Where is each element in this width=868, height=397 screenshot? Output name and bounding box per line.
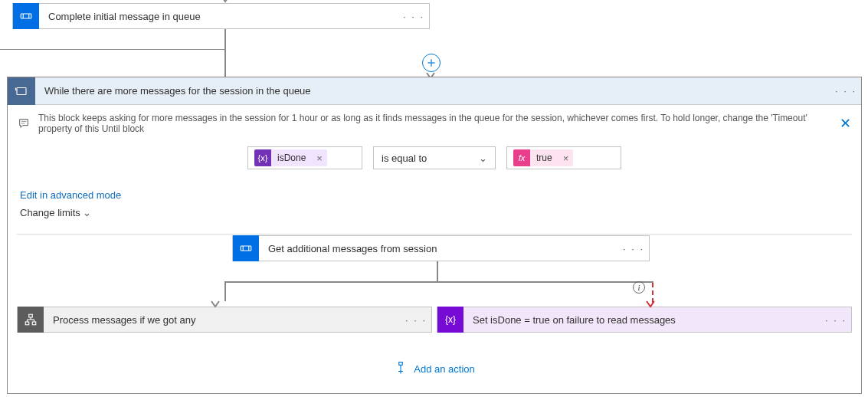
svg-rect-5 (17, 87, 26, 94)
plus-icon (426, 57, 437, 68)
action-get-messages[interactable]: Get additional messages from session · ·… (232, 235, 650, 261)
info-text: This block keeps asking for more message… (38, 113, 830, 134)
add-action-button[interactable]: Add an action (8, 361, 861, 377)
chevron-down-icon: ⌄ (83, 207, 91, 218)
token-label: true (530, 150, 558, 166)
info-icon[interactable]: i (633, 281, 645, 294)
action-title: Get additional messages from session (259, 243, 618, 254)
service-bus-icon (13, 3, 39, 29)
service-bus-icon (233, 235, 259, 261)
arrowhead-icon (211, 299, 220, 310)
action-set-isdone[interactable]: {x} Set isDone = true on failure to read… (437, 307, 852, 333)
info-message-row: This block keeps asking for more message… (8, 105, 861, 142)
close-icon[interactable]: ✕ (838, 115, 852, 132)
connector-line (224, 281, 653, 283)
add-action-label: Add an action (414, 363, 475, 375)
loop-links: Edit in advanced mode Change limits ⌄ (8, 177, 861, 231)
condition-icon (18, 307, 44, 333)
add-step-icon (394, 361, 408, 377)
more-icon[interactable]: · · · (830, 85, 861, 97)
action-title: Complete initial message in queue (39, 11, 398, 22)
connector-line (224, 29, 226, 77)
connector-line (224, 281, 226, 301)
operator-label: is equal to (382, 153, 427, 164)
change-limits-link[interactable]: Change limits ⌄ (20, 207, 849, 218)
fx-icon: fx (513, 149, 530, 166)
connector-line (437, 261, 438, 282)
action-title: Set isDone = true on failure to read mes… (463, 314, 821, 326)
condition-operator-dropdown[interactable]: is equal to ⌄ (373, 146, 496, 169)
add-step-button[interactable] (422, 54, 441, 72)
more-icon[interactable]: · · · (401, 314, 431, 326)
connector-line (0, 49, 225, 50)
svg-rect-0 (21, 14, 31, 18)
chevron-down-icon: ⌄ (479, 153, 487, 164)
fx-token[interactable]: fx true × (513, 149, 573, 166)
until-loop-header[interactable]: While there are more messages for the se… (8, 77, 861, 105)
action-title: Process messages if we got any (44, 314, 401, 326)
until-loop-icon (8, 77, 35, 105)
more-icon[interactable]: · · · (821, 314, 851, 326)
svg-rect-13 (32, 322, 36, 325)
remove-token-icon[interactable]: × (558, 153, 574, 164)
svg-rect-12 (25, 322, 29, 325)
variable-icon: {x} (437, 307, 463, 333)
svg-rect-11 (29, 314, 33, 317)
condition-left-operand[interactable]: {x} isDone × (247, 146, 362, 169)
divider (17, 234, 852, 235)
variable-token[interactable]: {x} isDone × (254, 149, 327, 166)
more-icon[interactable]: · · · (618, 243, 649, 254)
until-loop-container: While there are more messages for the se… (7, 77, 862, 394)
action-complete-message[interactable]: Complete initial message in queue · · · (12, 3, 430, 29)
svg-rect-18 (399, 363, 403, 366)
edit-advanced-link[interactable]: Edit in advanced mode (20, 189, 849, 201)
loop-title: While there are more messages for the se… (35, 85, 830, 97)
arrowhead-icon (646, 299, 655, 310)
condition-expression: {x} isDone × is equal to ⌄ fx true × (8, 146, 861, 169)
action-process-messages[interactable]: Process messages if we got any · · · (17, 307, 432, 333)
condition-right-operand[interactable]: fx true × (506, 146, 621, 169)
variable-icon: {x} (254, 149, 271, 166)
remove-token-icon[interactable]: × (312, 153, 327, 164)
comment-icon (17, 117, 31, 130)
more-icon[interactable]: · · · (398, 11, 429, 22)
svg-rect-8 (241, 246, 251, 251)
token-label: isDone (271, 150, 312, 166)
